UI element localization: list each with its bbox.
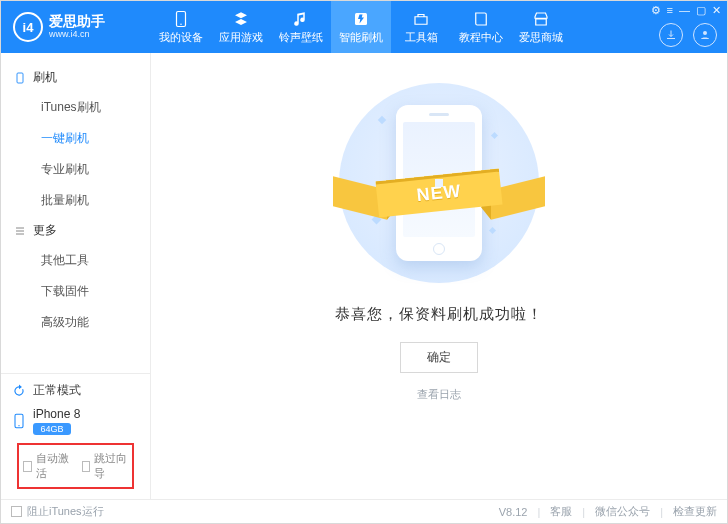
music-icon	[292, 10, 310, 28]
sidebar-item-0-3[interactable]: 批量刷机	[1, 185, 150, 216]
toolbox-icon	[412, 10, 430, 28]
sidebar: 刷机iTunes刷机一键刷机专业刷机批量刷机更多其他工具下载固件高级功能 正常模…	[1, 53, 151, 499]
maximize-button[interactable]: ▢	[696, 4, 706, 17]
device-name: iPhone 8	[33, 407, 80, 421]
support-link[interactable]: 客服	[550, 504, 572, 519]
nav-toolbox[interactable]: 工具箱	[391, 1, 451, 53]
view-log-link[interactable]: 查看日志	[417, 387, 461, 402]
minimize-button[interactable]: —	[679, 4, 690, 17]
nav-book[interactable]: 教程中心	[451, 1, 511, 53]
device-icon	[172, 10, 190, 28]
nav-music[interactable]: 铃声壁纸	[271, 1, 331, 53]
nav-apps[interactable]: 应用游戏	[211, 1, 271, 53]
sidebar-item-0-1[interactable]: 一键刷机	[1, 123, 150, 154]
device-info[interactable]: iPhone 8 64GB	[11, 407, 140, 435]
nav-device[interactable]: 我的设备	[151, 1, 211, 53]
checkbox-icon	[23, 461, 32, 472]
close-button[interactable]: ✕	[712, 4, 721, 17]
flash-icon	[352, 10, 370, 28]
svg-point-1	[180, 23, 182, 25]
status-bar: 阻止iTunes运行 V8.12 | 客服 | 微信公众号 | 检查更新	[1, 499, 727, 523]
sidebar-group-1[interactable]: 更多	[1, 216, 150, 245]
phone-outline-icon	[13, 72, 27, 84]
option-skip-wizard[interactable]: 跳过向导	[82, 451, 129, 481]
sidebar-item-1-2[interactable]: 高级功能	[1, 307, 150, 338]
sidebar-item-0-0[interactable]: iTunes刷机	[1, 92, 150, 123]
mode-label: 正常模式	[33, 382, 81, 399]
top-nav: 我的设备应用游戏铃声壁纸智能刷机工具箱教程中心爱思商城	[151, 1, 571, 53]
app-header: i4 爱思助手 www.i4.cn 我的设备应用游戏铃声壁纸智能刷机工具箱教程中…	[1, 1, 727, 53]
checkbox-icon	[11, 506, 22, 517]
checkbox-icon	[82, 461, 91, 472]
nav-store[interactable]: 爱思商城	[511, 1, 571, 53]
menu-lines-icon	[13, 225, 27, 237]
sidebar-item-0-2[interactable]: 专业刷机	[1, 154, 150, 185]
menu-icon[interactable]: ≡	[667, 4, 673, 17]
logo: i4 爱思助手 www.i4.cn	[1, 12, 151, 42]
confirm-button[interactable]: 确定	[400, 342, 478, 373]
device-capacity-badge: 64GB	[33, 423, 71, 435]
refresh-icon	[11, 383, 27, 399]
phone-illustration	[396, 105, 482, 261]
success-message: 恭喜您，保资料刷机成功啦！	[335, 305, 543, 324]
block-itunes-option[interactable]: 阻止iTunes运行	[11, 504, 104, 519]
sidebar-item-1-0[interactable]: 其他工具	[1, 245, 150, 276]
device-mode[interactable]: 正常模式	[11, 382, 140, 399]
svg-point-3	[703, 31, 707, 35]
options-highlighted: 自动激活 跳过向导	[17, 443, 134, 489]
app-title: 爱思助手	[49, 14, 105, 29]
option-auto-activate[interactable]: 自动激活	[23, 451, 70, 481]
store-icon	[532, 10, 550, 28]
phone-icon	[11, 413, 27, 429]
user-icon[interactable]	[693, 23, 717, 47]
book-icon	[472, 10, 490, 28]
apps-icon	[232, 10, 250, 28]
hero-illustration: NEW	[339, 83, 539, 283]
sidebar-item-1-1[interactable]: 下载固件	[1, 276, 150, 307]
check-update-link[interactable]: 检查更新	[673, 504, 717, 519]
logo-badge: i4	[13, 12, 43, 42]
nav-flash[interactable]: 智能刷机	[331, 1, 391, 53]
settings-icon[interactable]: ⚙	[651, 4, 661, 17]
wechat-link[interactable]: 微信公众号	[595, 504, 650, 519]
sidebar-group-0[interactable]: 刷机	[1, 63, 150, 92]
version-label: V8.12	[499, 506, 528, 518]
window-controls: ⚙ ≡ — ▢ ✕	[651, 4, 721, 17]
svg-point-6	[18, 425, 19, 426]
svg-rect-4	[17, 73, 23, 83]
download-icon[interactable]	[659, 23, 683, 47]
app-url: www.i4.cn	[49, 30, 105, 40]
main-content: NEW 恭喜您，保资料刷机成功啦！ 确定 查看日志	[151, 53, 727, 499]
